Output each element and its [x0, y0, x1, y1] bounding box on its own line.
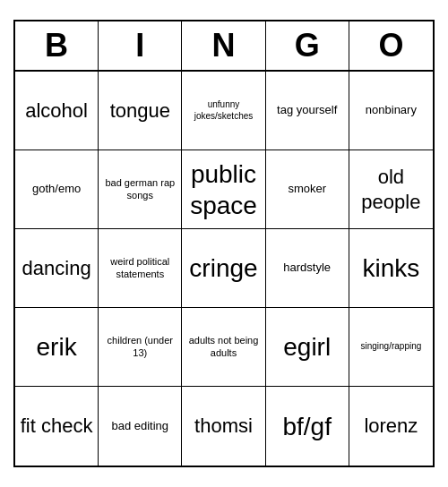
bingo-cell: cringe [182, 229, 265, 308]
bingo-cell: old people [349, 150, 433, 229]
bingo-cell: bad german rap songs [99, 150, 182, 229]
bingo-cell: tag yourself [266, 72, 349, 150]
cell-text: erik [37, 331, 77, 363]
bingo-cell: hardstyle [266, 229, 349, 308]
cell-text: nonbinary [366, 103, 417, 117]
cell-text: smoker [288, 182, 326, 196]
letter-g: G [266, 21, 349, 70]
cell-text: hardstyle [283, 261, 331, 275]
bingo-cell: goth/emo [15, 150, 99, 229]
bingo-cell: egirl [266, 308, 349, 387]
bingo-card: B I N G O alcoholtongueunfunny jokes/ske… [13, 20, 435, 467]
cell-text: public space [185, 158, 261, 221]
cell-text: old people [353, 165, 429, 214]
bingo-cell: smoker [266, 150, 349, 229]
bingo-cell: kinks [349, 229, 433, 308]
cell-text: bad german rap songs [102, 177, 177, 202]
cell-text: kinks [362, 252, 419, 284]
bingo-cell: fit check [15, 387, 99, 466]
cell-text: adults not being adults [185, 335, 261, 360]
bingo-cell: singing/rapping [349, 308, 433, 387]
cell-text: thomsi [194, 414, 253, 439]
bingo-cell: adults not being adults [182, 308, 265, 387]
bingo-cell: dancing [15, 229, 99, 308]
cell-text: lorenz [364, 414, 418, 439]
bingo-grid: alcoholtongueunfunny jokes/sketchestag y… [15, 72, 433, 466]
cell-text: egirl [283, 331, 331, 363]
cell-text: goth/emo [32, 182, 81, 196]
cell-text: tongue [110, 98, 170, 124]
bingo-cell: alcohol [15, 72, 99, 150]
bingo-cell: children (under 13) [99, 308, 182, 387]
cell-text: singing/rapping [360, 341, 421, 353]
cell-text: fit check [21, 414, 93, 439]
cell-text: weird political statements [102, 256, 177, 281]
cell-text: cringe [189, 252, 257, 284]
bingo-cell: unfunny jokes/sketches [182, 72, 265, 150]
letter-b: B [15, 21, 99, 70]
letter-o: O [349, 21, 433, 70]
bingo-cell: bf/gf [266, 387, 349, 466]
bingo-header: B I N G O [15, 21, 433, 72]
bingo-cell: erik [15, 308, 99, 387]
letter-n: N [182, 21, 265, 70]
bingo-cell: nonbinary [349, 72, 433, 150]
cell-text: alcohol [25, 98, 88, 124]
cell-text: children (under 13) [102, 335, 177, 360]
bingo-cell: weird political statements [99, 229, 182, 308]
bingo-cell: bad editing [99, 387, 182, 466]
bingo-cell: thomsi [182, 387, 265, 466]
cell-text: unfunny jokes/sketches [185, 99, 261, 122]
letter-i: I [99, 21, 182, 70]
cell-text: tag yourself [277, 103, 337, 117]
bingo-cell: tongue [99, 72, 182, 150]
cell-text: bad editing [111, 419, 168, 433]
bingo-cell: lorenz [349, 387, 433, 466]
cell-text: bf/gf [282, 411, 331, 442]
cell-text: dancing [22, 256, 91, 281]
bingo-cell: public space [182, 150, 265, 229]
